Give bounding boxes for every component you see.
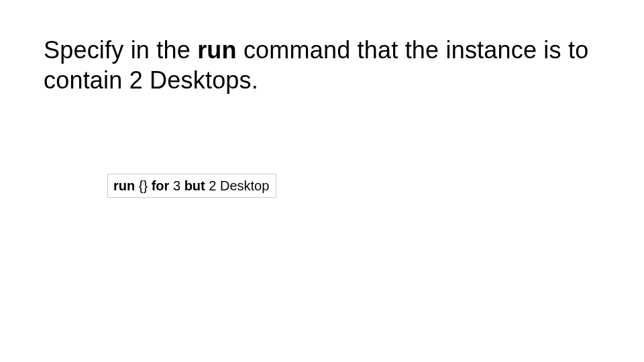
code-example-box: run {} for 3 but 2 Desktop xyxy=(107,174,276,198)
code-text-3: 3 xyxy=(169,178,184,193)
code-keyword-but: but xyxy=(184,178,205,193)
code-keyword-run: run xyxy=(113,178,135,193)
slide: Specify in the run command that the inst… xyxy=(0,0,644,362)
title-bold-run: run xyxy=(197,36,237,64)
code-text-desktop: 2 Desktop xyxy=(205,178,270,193)
slide-title: Specify in the run command that the inst… xyxy=(44,35,600,95)
title-text-1: Specify in the xyxy=(44,36,197,64)
code-text-braces: {} xyxy=(135,178,151,193)
code-keyword-for: for xyxy=(152,178,170,193)
